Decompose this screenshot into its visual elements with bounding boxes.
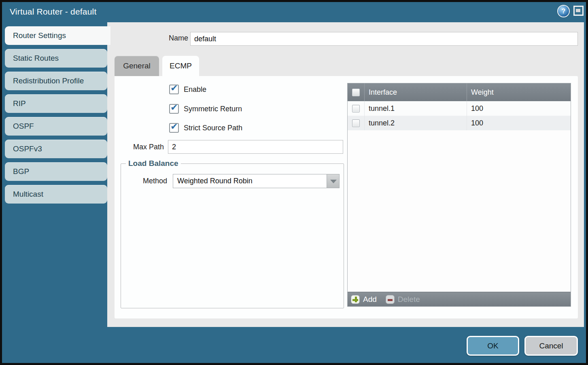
- max-path-label: Max Path: [115, 143, 164, 151]
- enable-checkbox[interactable]: ✔: [169, 85, 179, 94]
- sidebar-item-multicast[interactable]: Multicast: [5, 185, 107, 204]
- main-panel: Name General ECMP ✔ Enable ✔ Symmetric R…: [107, 22, 584, 327]
- ok-button[interactable]: OK: [467, 336, 519, 356]
- table-action-bar: Add Delete: [348, 292, 571, 306]
- cancel-button[interactable]: Cancel: [524, 336, 578, 356]
- ecmp-tab-content: ✔ Enable ✔ Symmetric Return ✔ Strict Sou…: [115, 76, 578, 318]
- enable-label: Enable: [179, 85, 206, 94]
- load-balance-legend: Load Balance: [126, 159, 181, 168]
- add-button[interactable]: Add: [351, 295, 377, 304]
- delete-button-label: Delete: [398, 295, 420, 304]
- checkmark-icon: ✔: [170, 121, 178, 132]
- cell-weight: 100: [467, 101, 571, 116]
- row-checkbox[interactable]: [352, 119, 360, 127]
- tab-general[interactable]: General: [115, 56, 159, 76]
- virtual-router-dialog: Virtual Router - default ? Router Settin…: [0, 0, 588, 365]
- restore-window-icon-glyph: [576, 9, 580, 12]
- cell-weight: 100: [467, 116, 571, 130]
- strict-source-path-checkbox[interactable]: ✔: [169, 123, 179, 133]
- tab-ecmp[interactable]: ECMP: [162, 56, 199, 76]
- table-row[interactable]: tunnel.1 100: [348, 101, 571, 116]
- help-icon[interactable]: ?: [558, 6, 569, 17]
- symmetric-return-label: Symmetric Return: [179, 105, 242, 113]
- cell-interface: tunnel.1: [365, 101, 467, 116]
- table-header-row: Interface Weight: [348, 83, 571, 101]
- symmetric-return-checkbox[interactable]: ✔: [169, 104, 179, 114]
- dialog-title: Virtual Router - default: [10, 7, 97, 17]
- title-bar: Virtual Router - default ?: [2, 2, 586, 22]
- enable-row: ✔ Enable: [169, 84, 206, 95]
- row-checkbox[interactable]: [352, 105, 360, 112]
- name-input[interactable]: [190, 32, 578, 46]
- sidebar-item-static-routes[interactable]: Static Routes: [5, 49, 107, 68]
- sidebar-item-redistribution-profile[interactable]: Redistribution Profile: [5, 72, 107, 90]
- name-label: Name: [140, 34, 188, 42]
- dropdown-arrow-button[interactable]: [327, 174, 339, 188]
- ecmp-interface-table: Interface Weight tunnel.1 100 tunnel.2 1…: [347, 83, 571, 307]
- sidebar-item-router-settings[interactable]: Router Settings: [5, 26, 110, 45]
- add-plus-icon: [351, 295, 360, 304]
- column-header-interface: Interface: [365, 83, 467, 101]
- sidebar-item-bgp[interactable]: BGP: [5, 162, 107, 181]
- sidebar: Router Settings Static Routes Redistribu…: [5, 26, 107, 204]
- method-dropdown[interactable]: Weighted Round Robin: [173, 174, 340, 188]
- method-label: Method: [121, 177, 167, 185]
- select-all-checkbox[interactable]: [352, 89, 360, 96]
- symmetric-return-row: ✔ Symmetric Return: [169, 104, 242, 114]
- sidebar-item-ospf[interactable]: OSPF: [5, 117, 107, 136]
- max-path-input[interactable]: [168, 140, 343, 154]
- cell-interface: tunnel.2: [365, 116, 467, 130]
- delete-minus-icon: [386, 295, 395, 304]
- strict-source-path-row: ✔ Strict Source Path: [169, 123, 242, 133]
- checkmark-icon: ✔: [170, 102, 178, 112]
- method-dropdown-value: Weighted Round Robin: [177, 177, 253, 185]
- sidebar-item-ospfv3[interactable]: OSPFv3: [5, 140, 107, 158]
- add-button-label: Add: [363, 295, 377, 304]
- chevron-down-icon: [330, 180, 337, 183]
- restore-window-icon[interactable]: [573, 6, 584, 16]
- sidebar-item-rip[interactable]: RIP: [5, 94, 107, 113]
- checkmark-icon: ✔: [170, 83, 178, 93]
- strict-source-path-label: Strict Source Path: [179, 124, 242, 132]
- table-row[interactable]: tunnel.2 100: [348, 116, 571, 130]
- column-header-weight: Weight: [467, 83, 571, 101]
- delete-button[interactable]: Delete: [386, 295, 420, 304]
